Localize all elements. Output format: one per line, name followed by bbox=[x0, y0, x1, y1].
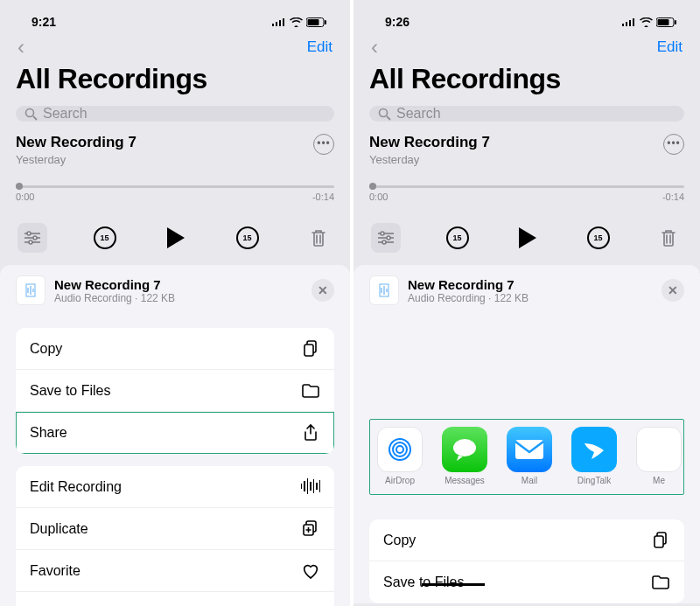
app-label: Messages bbox=[444, 476, 485, 485]
page-title: All Recordings bbox=[369, 63, 684, 95]
share-sheet: New Recording 7 Audio Recording · 122 KB… bbox=[0, 265, 350, 606]
close-button[interactable]: ✕ bbox=[312, 279, 334, 302]
status-icons bbox=[272, 17, 327, 27]
close-icon: ✕ bbox=[668, 283, 678, 297]
settings-button[interactable] bbox=[18, 223, 47, 253]
nav-row: ‹ Edit bbox=[369, 35, 684, 58]
scrubber[interactable] bbox=[16, 185, 334, 188]
status-time: 9:21 bbox=[32, 15, 56, 29]
rewind-button[interactable]: 15 bbox=[91, 224, 119, 252]
share-icon bbox=[301, 423, 320, 442]
scrubber-track bbox=[369, 185, 684, 188]
share-apps-row[interactable]: AirDrop Messages Mail bbox=[369, 419, 684, 495]
svg-rect-3 bbox=[283, 18, 284, 26]
play-button[interactable] bbox=[514, 224, 542, 252]
delete-button[interactable] bbox=[654, 224, 682, 252]
status-bar: 9:21 bbox=[16, 16, 334, 35]
svg-point-34 bbox=[382, 240, 386, 244]
action-group-1: Copy Save to Files Share bbox=[16, 328, 334, 454]
svg-rect-2 bbox=[279, 20, 281, 26]
scrubber-knob[interactable] bbox=[16, 183, 23, 190]
app-dingtalk[interactable]: DingTalk bbox=[568, 427, 620, 485]
action-move[interactable]: Move to Folder bbox=[16, 592, 334, 606]
forward-icon: 15 bbox=[236, 226, 259, 249]
time-end: -0:14 bbox=[312, 192, 334, 202]
battery-icon bbox=[656, 17, 677, 27]
action-label: Favorite bbox=[30, 563, 80, 579]
svg-rect-17 bbox=[304, 345, 313, 356]
folder-icon bbox=[301, 381, 320, 401]
settings-button[interactable] bbox=[371, 223, 401, 253]
app-airdrop[interactable]: AirDrop bbox=[374, 427, 426, 485]
file-icon bbox=[369, 275, 399, 305]
sliders-icon bbox=[24, 231, 40, 245]
svg-rect-21 bbox=[626, 22, 627, 26]
app-messages[interactable]: Messages bbox=[438, 427, 491, 485]
rewind-button[interactable]: 15 bbox=[444, 224, 472, 252]
svg-point-14 bbox=[29, 240, 32, 244]
back-icon[interactable]: ‹ bbox=[18, 37, 24, 58]
rewind-icon: 15 bbox=[94, 226, 116, 249]
search-input[interactable]: Search bbox=[16, 106, 334, 122]
heart-icon bbox=[301, 561, 320, 581]
close-icon: ✕ bbox=[318, 283, 328, 297]
delete-button[interactable] bbox=[304, 224, 332, 252]
scrubber[interactable] bbox=[369, 185, 684, 188]
app-mail[interactable]: Mail bbox=[503, 427, 556, 485]
app-label: Me bbox=[653, 476, 665, 485]
action-save[interactable]: Save to Files bbox=[369, 561, 684, 603]
action-edit[interactable]: Edit Recording bbox=[16, 466, 334, 508]
action-label: Duplicate bbox=[30, 521, 88, 537]
status-icons bbox=[622, 17, 677, 27]
search-input[interactable]: Search bbox=[369, 106, 684, 122]
recording-title: New Recording 7 bbox=[369, 134, 490, 151]
more-button[interactable]: ••• bbox=[313, 134, 334, 155]
recording-item[interactable]: New Recording 7 Yesterday ••• 0:00 -0:14… bbox=[16, 134, 334, 253]
status-time: 9:26 bbox=[385, 15, 410, 29]
recording-item[interactable]: New Recording 7 Yesterday ••• 0:00 -0:14… bbox=[369, 134, 684, 253]
svg-rect-5 bbox=[308, 19, 319, 25]
back-icon[interactable]: ‹ bbox=[371, 37, 378, 58]
edit-link[interactable]: Edit bbox=[307, 38, 332, 56]
action-share[interactable]: Share bbox=[16, 412, 334, 454]
play-button[interactable] bbox=[162, 224, 190, 252]
svg-rect-42 bbox=[654, 536, 663, 547]
action-label: Save to Files bbox=[383, 575, 464, 590]
action-favorite[interactable]: Favorite bbox=[16, 550, 334, 592]
status-bar: 9:26 bbox=[369, 16, 684, 35]
folder-icon bbox=[651, 573, 670, 592]
dingtalk-icon bbox=[571, 427, 617, 472]
close-button[interactable]: ✕ bbox=[662, 279, 684, 302]
recording-title: New Recording 7 bbox=[16, 134, 136, 151]
time-start: 0:00 bbox=[16, 192, 34, 202]
edit-link[interactable]: Edit bbox=[657, 38, 682, 56]
forward-button[interactable]: 15 bbox=[234, 224, 262, 252]
action-duplicate[interactable]: Duplicate bbox=[16, 508, 334, 550]
duplicate-icon bbox=[301, 519, 320, 539]
svg-rect-1 bbox=[276, 22, 277, 26]
app-more[interactable]: Me bbox=[633, 427, 684, 485]
action-copy[interactable]: Copy bbox=[16, 328, 334, 370]
svg-point-37 bbox=[393, 442, 407, 456]
time-start: 0:00 bbox=[369, 192, 388, 202]
scrubber-knob[interactable] bbox=[369, 183, 376, 190]
more-icon: ••• bbox=[317, 137, 331, 150]
svg-point-32 bbox=[387, 236, 390, 240]
app-label: DingTalk bbox=[578, 476, 611, 485]
more-app-icon bbox=[636, 427, 682, 472]
svg-line-28 bbox=[387, 116, 390, 120]
trash-icon bbox=[310, 228, 327, 247]
copy-icon bbox=[301, 339, 320, 359]
screen-left: 9:21 ‹ Edit All Recordings Search New Re… bbox=[0, 0, 350, 606]
svg-point-30 bbox=[381, 232, 384, 235]
more-button[interactable]: ••• bbox=[663, 134, 684, 155]
action-save[interactable]: Save to Files bbox=[16, 370, 334, 412]
search-icon bbox=[378, 108, 391, 121]
search-placeholder: Search bbox=[43, 106, 88, 122]
action-copy[interactable]: Copy bbox=[369, 519, 684, 561]
forward-button[interactable]: 15 bbox=[584, 224, 612, 252]
svg-line-8 bbox=[33, 116, 37, 120]
search-icon bbox=[24, 108, 38, 121]
play-icon bbox=[167, 227, 185, 248]
waveform-icon bbox=[301, 477, 320, 497]
